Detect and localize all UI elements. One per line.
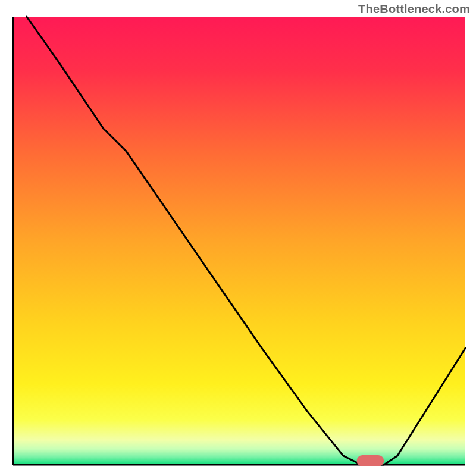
- chart-container: TheBottleneck.com: [0, 0, 476, 476]
- watermark-text: TheBottleneck.com: [358, 2, 470, 16]
- bottleneck-chart: [0, 0, 476, 476]
- optimum-marker: [357, 455, 384, 466]
- plot-background: [13, 17, 465, 465]
